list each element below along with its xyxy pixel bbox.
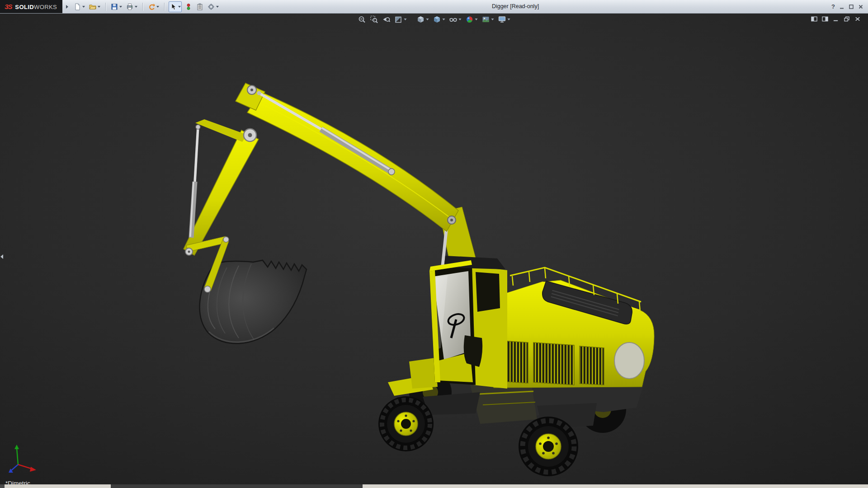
select-button[interactable]: [169, 1, 182, 12]
save-button[interactable]: [110, 1, 123, 12]
apply-scene-icon: [482, 15, 490, 23]
view-orientation-label: *Dimetric: [5, 480, 30, 484]
toolbar-separator: [164, 3, 165, 11]
display-style-icon: [433, 15, 441, 23]
pane-left-button[interactable]: [811, 16, 817, 22]
dropdown-caret-icon[interactable]: [508, 19, 510, 20]
save-icon: [111, 3, 118, 10]
status-strip: [0, 484, 868, 488]
dropdown-caret-icon[interactable]: [426, 19, 429, 20]
undo-button[interactable]: [147, 1, 160, 12]
document-minimize-button[interactable]: [833, 16, 839, 22]
dropdown-caret-icon[interactable]: [156, 6, 159, 8]
select-cursor-icon: [170, 3, 177, 10]
dropdown-caret-icon[interactable]: [135, 6, 137, 8]
open-button[interactable]: [88, 1, 101, 12]
document-window-controls: [811, 16, 861, 22]
print-button[interactable]: [125, 1, 138, 12]
hide-show-items-button[interactable]: [449, 15, 462, 24]
brand-text: SOLIDWORKS: [15, 3, 57, 11]
dropdown-caret-icon[interactable]: [459, 19, 462, 20]
zoom-to-area-button[interactable]: [370, 15, 379, 24]
document-restore-button[interactable]: [844, 16, 850, 22]
apply-scene-button[interactable]: [481, 15, 495, 24]
document-close-button[interactable]: [854, 16, 861, 22]
heads-up-view-toolbar: [358, 15, 511, 24]
view-orientation-button[interactable]: [416, 15, 429, 24]
print-icon: [126, 3, 133, 10]
rebuild-button[interactable]: [184, 1, 193, 12]
solidworks-logo-icon: ЗS: [5, 3, 12, 10]
toolbar-separator: [142, 3, 143, 11]
maximize-button[interactable]: [849, 4, 854, 9]
edit-appearance-button[interactable]: [465, 15, 478, 24]
close-button[interactable]: [858, 4, 863, 9]
pane-right-button[interactable]: [822, 16, 828, 22]
toolbar-overflow-chevron-icon[interactable]: [66, 5, 68, 9]
options-gear-icon: [208, 3, 215, 10]
digger-3d-model[interactable]: [0, 13, 868, 484]
main-toolbar: [73, 1, 220, 12]
dropdown-caret-icon[interactable]: [98, 6, 100, 8]
display-style-button[interactable]: [433, 15, 446, 24]
previous-view-icon: [382, 15, 391, 23]
graphics-viewport[interactable]: *Dimetric: [0, 13, 868, 484]
status-strip-left-block: [0, 484, 5, 488]
dropdown-caret-icon[interactable]: [404, 19, 407, 20]
section-view-button[interactable]: [394, 15, 407, 24]
view-settings-monitor-icon: [498, 15, 506, 23]
featuremanager-collapse-arrow[interactable]: [0, 249, 5, 264]
minimize-button[interactable]: [839, 4, 844, 9]
dropdown-caret-icon[interactable]: [119, 6, 122, 8]
open-folder-icon: [89, 3, 96, 10]
dropdown-caret-icon[interactable]: [216, 6, 219, 8]
options-button[interactable]: [207, 1, 220, 12]
collapse-left-icon: [0, 254, 3, 259]
dropdown-caret-icon[interactable]: [443, 19, 445, 20]
hide-show-glasses-icon: [449, 15, 458, 23]
zoom-to-area-icon: [370, 15, 378, 23]
titlebar: ЗS SOLIDWORKS: [0, 0, 868, 14]
new-document-button[interactable]: [73, 1, 86, 12]
file-properties-button[interactable]: [195, 1, 204, 12]
dropdown-caret-icon[interactable]: [178, 6, 181, 8]
zoom-to-fit-icon: [358, 15, 366, 23]
solidworks-logo: ЗS SOLIDWORKS: [0, 0, 62, 13]
undo-icon: [148, 3, 155, 10]
edit-appearance-sphere-icon: [466, 15, 474, 23]
view-orientation-cube-icon: [417, 15, 425, 23]
dropdown-caret-icon[interactable]: [82, 6, 85, 8]
toolbar-separator: [105, 3, 106, 11]
new-document-icon: [74, 3, 81, 10]
status-strip-dark-segment: [111, 484, 363, 488]
file-properties-icon: [196, 3, 203, 10]
help-button[interactable]: ?: [831, 3, 835, 10]
window-title: Digger [Read-only]: [492, 0, 539, 13]
dropdown-caret-icon[interactable]: [475, 19, 478, 20]
section-view-icon: [395, 15, 403, 23]
window-controls: ?: [831, 0, 863, 13]
previous-view-button[interactable]: [382, 15, 391, 24]
view-settings-button[interactable]: [498, 15, 511, 24]
zoom-to-fit-button[interactable]: [358, 15, 367, 24]
rebuild-stoplight-icon: [185, 3, 192, 10]
dropdown-caret-icon[interactable]: [491, 19, 494, 20]
